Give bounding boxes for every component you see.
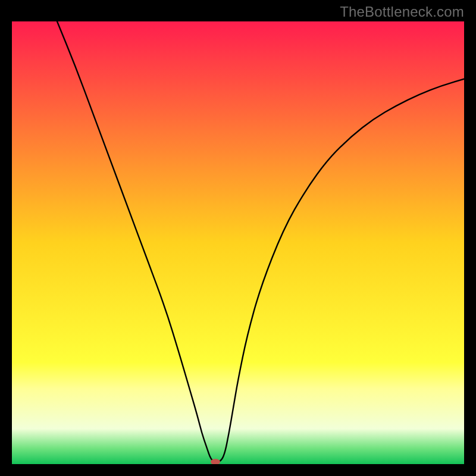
watermark-text: TheBottleneck.com <box>340 4 464 20</box>
chart-background <box>12 21 464 464</box>
chart-frame <box>12 21 464 464</box>
chart-svg <box>12 21 464 464</box>
